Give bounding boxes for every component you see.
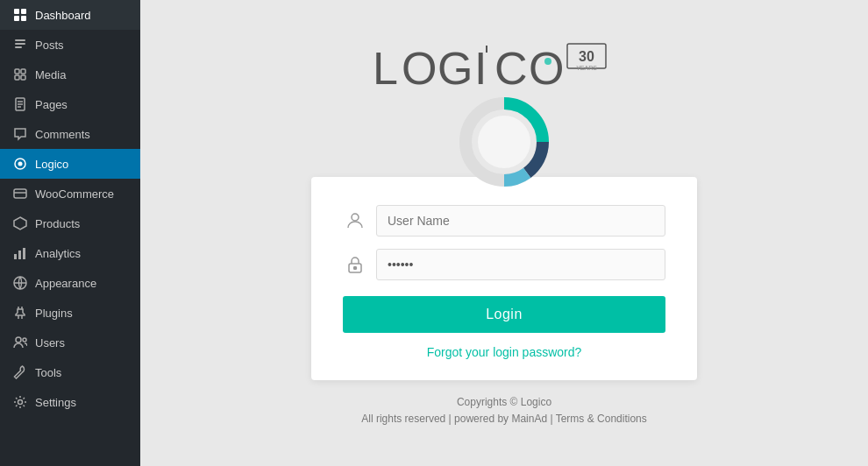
products-icon [12,215,28,231]
svg-marker-18 [14,217,26,229]
username-row [343,205,665,237]
svg-rect-4 [15,39,25,41]
svg-rect-2 [14,16,19,21]
sidebar-item-settings[interactable]: Settings [0,387,140,417]
svg-text:O: O [529,43,567,91]
sidebar-label-products: Products [35,217,80,230]
sidebar-label-plugins: Plugins [35,307,73,320]
password-input[interactable] [376,249,665,280]
sidebar-item-appearance[interactable]: Appearance [0,268,140,298]
comments-icon [12,126,28,142]
sidebar-item-woocommerce[interactable]: WooCommerce [0,179,140,208]
password-row [343,249,665,280]
tools-icon [12,364,28,380]
footer-copyright: Copyrights © Logico [361,394,647,411]
sidebar-label-comments: Comments [35,128,90,141]
svg-rect-21 [23,248,25,259]
settings-icon [12,394,28,410]
sidebar-item-pages[interactable]: Pages [0,89,140,119]
sidebar-label-users: Users [35,336,65,350]
sidebar-item-products[interactable]: Products [0,208,140,238]
donut-chart [452,89,557,194]
main-content: L O G I C O 30 YEARS [140,0,868,466]
posts-icon [12,37,28,53]
login-card: Login Forgot your login password? [311,177,697,380]
svg-text:L: L [373,43,402,91]
sidebar-label-pages: Pages [35,98,68,111]
svg-point-40 [478,116,530,168]
svg-rect-17 [14,189,26,198]
sidebar-item-users[interactable]: Users [0,328,140,357]
svg-text:I: I [474,43,490,91]
sidebar-item-logico[interactable]: Logico [0,149,140,179]
svg-point-43 [354,266,357,269]
sidebar: Dashboard Posts Media Pages Comments Log… [0,0,140,466]
svg-rect-0 [14,9,19,14]
svg-rect-10 [21,75,25,80]
svg-text:O: O [402,43,440,91]
sidebar-item-analytics[interactable]: Analytics [0,238,140,268]
sidebar-item-plugins[interactable]: Plugins [0,298,140,328]
sidebar-label-appearance: Appearance [35,277,96,290]
login-container: L O G I C O 30 YEARS [140,39,868,427]
sidebar-label-posts: Posts [35,39,64,52]
plugins-icon [12,305,28,321]
dashboard-icon [12,7,28,23]
sidebar-label-logico: Logico [35,158,68,171]
sidebar-item-dashboard[interactable]: Dashboard [0,0,140,30]
sidebar-label-analytics: Analytics [35,247,81,260]
brand-name-svg: L O G I C O 30 YEARS [373,39,636,91]
svg-text:G: G [438,43,476,91]
analytics-icon [12,245,28,261]
sidebar-label-settings: Settings [35,396,76,409]
sidebar-label-media: Media [35,68,66,81]
forgot-password-link[interactable]: Forgot your login password? [343,345,665,359]
user-icon [343,208,367,233]
sidebar-label-woocommerce: WooCommerce [35,187,114,201]
svg-point-35 [544,58,551,65]
logico-icon [12,156,28,172]
svg-point-23 [23,338,26,342]
svg-rect-19 [14,254,17,259]
svg-point-41 [352,214,359,221]
users-icon [12,335,28,350]
svg-point-16 [18,162,23,166]
svg-rect-6 [15,46,22,48]
svg-rect-7 [15,69,19,74]
woo-icon [12,186,28,201]
sidebar-label-dashboard: Dashboard [35,9,91,22]
svg-text:YEARS: YEARS [576,65,597,71]
appearance-icon [12,275,28,291]
svg-point-24 [18,400,23,405]
media-icon [12,67,28,82]
sidebar-label-tools: Tools [35,366,61,379]
username-input[interactable] [376,205,665,237]
lock-icon [343,252,367,277]
brand-logo: L O G I C O 30 YEARS [373,39,636,91]
svg-text:C: C [494,43,531,91]
sidebar-item-posts[interactable]: Posts [0,30,140,60]
footer-powered: All rights reserved | powered by MainAd … [361,411,647,427]
svg-rect-9 [15,75,19,80]
sidebar-item-media[interactable]: Media [0,60,140,89]
pages-icon [12,96,28,112]
svg-rect-3 [21,16,26,21]
login-button[interactable]: Login [343,296,665,333]
svg-rect-20 [18,251,21,259]
svg-rect-1 [21,9,26,14]
svg-text:30: 30 [579,49,594,64]
svg-rect-5 [15,43,25,45]
svg-point-22 [16,337,21,342]
sidebar-item-comments[interactable]: Comments [0,119,140,149]
footer: Copyrights © Logico All rights reserved … [361,394,647,427]
sidebar-item-tools[interactable]: Tools [0,357,140,387]
svg-rect-8 [21,69,25,74]
